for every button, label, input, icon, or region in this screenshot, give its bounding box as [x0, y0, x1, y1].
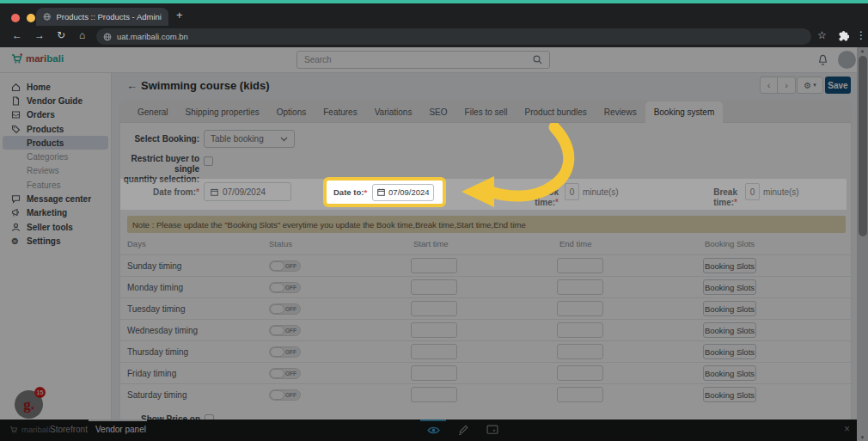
required-asterisk: * — [364, 187, 367, 197]
browser-url-strip: ← → ↻ ⌂ uat.maribali.com.bn ☆ ⋮ — [0, 26, 868, 47]
address-bar[interactable]: uat.maribali.com.bn — [96, 28, 811, 45]
site-globe-icon — [103, 33, 112, 41]
vendor-panel-page: maribali Search Home Vendor Guide Orders — [0, 47, 868, 441]
forward-icon[interactable]: → — [34, 29, 45, 41]
reload-icon[interactable]: ↻ — [57, 29, 65, 41]
extensions-puzzle-icon[interactable] — [839, 31, 849, 41]
tutorial-dim-overlay — [0, 47, 868, 441]
url-text: uat.maribali.com.bn — [117, 32, 188, 41]
browser-menu-icon[interactable]: ⋮ — [856, 29, 866, 41]
back-icon[interactable]: ← — [12, 29, 22, 41]
browser-tab[interactable]: Products :: Products - Administrati — [36, 8, 168, 26]
calendar-icon — [377, 188, 385, 196]
close-window-button[interactable] — [11, 14, 20, 22]
home-icon[interactable]: ⌂ — [79, 29, 85, 41]
tutorial-arrow-icon — [458, 123, 578, 228]
bookmark-star-icon[interactable]: ☆ — [817, 29, 827, 41]
globe-favicon-icon — [43, 12, 51, 21]
date-to-value: 07/09/2024 — [388, 187, 430, 197]
date-to-input[interactable]: 07/09/2024 — [372, 184, 434, 201]
minimize-window-button[interactable] — [27, 14, 35, 22]
tab-title: Products :: Products - Administrati — [56, 12, 162, 21]
screen: Products :: Products - Administrati + ← … — [0, 0, 868, 441]
date-to-highlight-box: Date to:* 07/09/2024 — [323, 177, 446, 207]
browser-tab-strip: Products :: Products - Administrati + — [0, 3, 868, 26]
date-to-label: Date to:* — [333, 187, 367, 197]
new-tab-button[interactable]: + — [176, 9, 183, 21]
